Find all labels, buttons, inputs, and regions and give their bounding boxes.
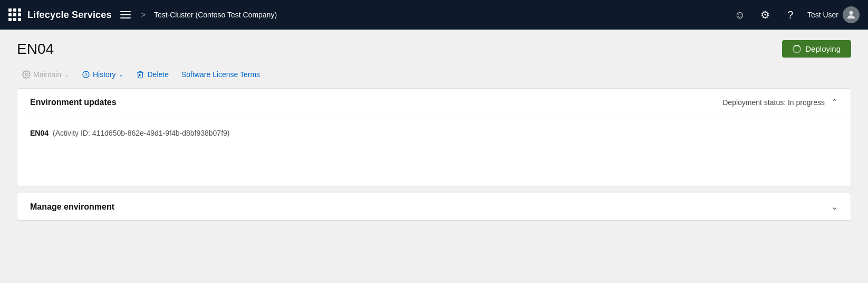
history-chevron-icon: ⌄ [119, 71, 123, 78]
deploying-button[interactable]: Deploying [782, 40, 851, 58]
feedback-icon[interactable]: ☺ [731, 6, 748, 23]
environment-updates-card-header[interactable]: Environment updates Deployment status: I… [17, 89, 851, 116]
deploying-spinner-icon [793, 45, 801, 53]
apps-grid-icon[interactable] [8, 8, 21, 21]
activity-id-text: (Activity ID: 411d650b-862e-49d1-9f4b-d8… [53, 129, 229, 137]
page-header-row: EN04 Deploying [17, 40, 851, 58]
breadcrumb-separator: > [141, 11, 146, 19]
maintain-button[interactable]: Maintain ⌄ [17, 67, 74, 82]
delete-icon [136, 70, 144, 79]
env-row: EN04 (Activity ID: 411d650b-862e-49d1-9f… [30, 125, 838, 142]
manage-environment-card: Manage environment ⌄ [17, 193, 851, 221]
deploying-label: Deploying [805, 44, 841, 53]
toolbar: Maintain ⌄ History ⌄ Delete Software Lic… [17, 67, 851, 82]
delete-label: Delete [147, 70, 168, 79]
software-license-terms-button[interactable]: Software License Terms [176, 67, 265, 82]
manage-environment-chevron-down-icon: ⌄ [831, 202, 838, 212]
environment-updates-title: Environment updates [30, 98, 117, 107]
topnav-icons: ☺ ⚙ ? Test User [731, 6, 860, 23]
env-name: EN04 [30, 129, 49, 137]
topnav: Lifecycle Services > Test-Cluster (Conto… [0, 0, 868, 30]
maintain-label: Maintain [33, 70, 61, 79]
environment-updates-card: Environment updates Deployment status: I… [17, 88, 851, 186]
main-content: EN04 Deploying Maintain ⌄ History ⌄ [0, 30, 868, 283]
user-menu[interactable]: Test User [807, 6, 860, 23]
help-icon[interactable]: ? [782, 6, 799, 23]
svg-point-0 [849, 11, 853, 15]
page-title: EN04 [17, 41, 54, 58]
card-header-right: Deployment status: In progress ⌃ [722, 97, 838, 107]
maintain-icon [22, 70, 31, 79]
history-button[interactable]: History ⌄ [76, 67, 129, 82]
manage-environment-card-header[interactable]: Manage environment ⌄ [17, 193, 851, 220]
history-label: History [93, 70, 116, 79]
environment-updates-card-body: EN04 (Activity ID: 411d650b-862e-49d1-9f… [17, 116, 851, 186]
history-icon [82, 70, 90, 79]
brand-label: Lifecycle Services [27, 10, 112, 21]
software-license-terms-label: Software License Terms [181, 70, 260, 79]
hamburger-menu-icon[interactable] [118, 9, 133, 21]
deployment-status-text: Deployment status: In progress [722, 98, 825, 107]
delete-button[interactable]: Delete [131, 67, 173, 82]
maintain-chevron-icon: ⌄ [64, 71, 69, 78]
card-body-spacer [30, 142, 838, 173]
username-label: Test User [807, 11, 838, 19]
settings-icon[interactable]: ⚙ [757, 6, 774, 23]
manage-card-header-right: ⌄ [831, 202, 838, 212]
user-avatar [843, 6, 860, 23]
environment-updates-chevron-up-icon: ⌃ [831, 97, 838, 107]
svg-point-1 [25, 73, 27, 76]
breadcrumb-text: Test-Cluster (Contoso Test Company) [154, 11, 277, 19]
manage-environment-title: Manage environment [30, 202, 114, 212]
